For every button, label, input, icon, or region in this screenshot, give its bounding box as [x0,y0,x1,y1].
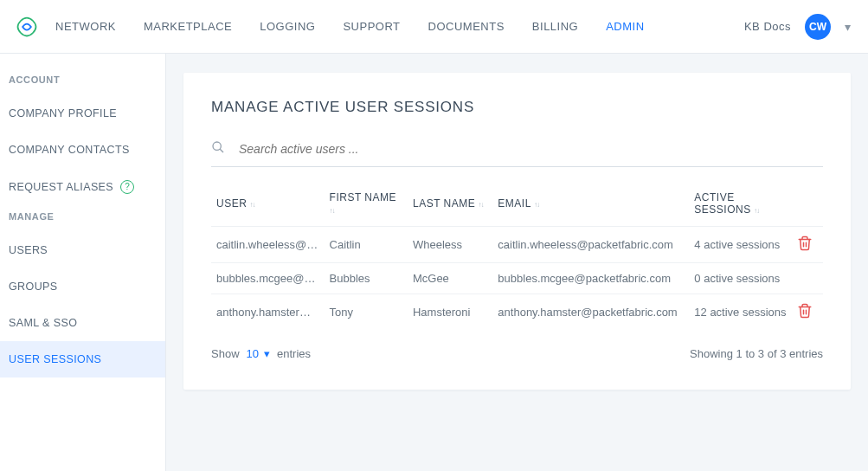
kb-docs-link[interactable]: KB Docs [744,20,791,33]
col-email[interactable]: EMAIL ↑↓ [492,183,689,227]
sidebar-item-company-contacts[interactable]: COMPANY CONTACTS [0,132,165,168]
table-header-row: USER ↑↓ FIRST NAME ↑↓ LAST NAME ↑↓ EMAIL… [211,183,823,227]
page-size-select[interactable]: 10 ▾ [247,347,270,360]
cell-user: anthony.hamster@… [211,294,325,331]
cell-first-name: Tony [325,294,408,331]
sidebar-item-company-profile[interactable]: COMPANY PROFILE [0,95,165,132]
table-row: caitlin.wheeless@p…CaitlinWheelesscaitli… [211,227,823,263]
table-row: bubbles.mcgee@p…BubblesMcGeebubbles.mcge… [211,263,823,294]
sidebar-item-user-sessions[interactable]: USER SESSIONS [0,341,165,377]
sidebar-group-account: ACCOUNT [0,74,165,95]
sidebar-item-users[interactable]: USERS [0,232,165,268]
showing-text: Showing 1 to 3 of 3 entries [690,347,823,360]
brand-logo-icon [14,14,40,40]
sort-icon: ↑↓ [330,207,335,215]
sidebar-item-saml-sso[interactable]: SAML & SSO [0,305,165,341]
sessions-card: MANAGE ACTIVE USER SESSIONS USER ↑↓ FIRS… [183,73,851,390]
cell-sessions: 12 active sessions [689,294,792,331]
sort-icon: ↑↓ [248,201,254,209]
cell-email: caitlin.wheeless@packetfabric.com [492,227,689,263]
sort-icon: ↑↓ [533,201,539,209]
cell-first-name: Caitlin [325,227,408,263]
page-size-selector: Show 10 ▾ entries [211,347,311,360]
avatar[interactable]: CW [805,14,831,40]
nav-admin[interactable]: ADMIN [606,20,644,33]
delete-session-button trash-icon[interactable] [797,236,813,251]
nav-logging[interactable]: LOGGING [260,20,315,33]
delete-session-button trash-icon[interactable] [797,303,813,319]
sort-icon: ↑↓ [477,201,483,209]
nav-billing[interactable]: BILLING [532,20,578,33]
search-icon [211,140,225,158]
cell-user: caitlin.wheeless@p… [211,227,325,263]
nav-documents[interactable]: DOCUMENTS [428,20,505,33]
cell-last-name: Hamsteroni [408,294,492,331]
page-size-suffix: entries [277,347,311,360]
page-title: MANAGE ACTIVE USER SESSIONS [211,99,823,116]
nav-network[interactable]: NETWORK [55,20,116,33]
nav-support[interactable]: SUPPORT [343,20,400,33]
col-active-sessions[interactable]: ACTIVE SESSIONS ↑↓ [689,183,792,227]
sidebar: ACCOUNT COMPANY PROFILE COMPANY CONTACTS… [0,54,166,471]
sessions-table: USER ↑↓ FIRST NAME ↑↓ LAST NAME ↑↓ EMAIL… [211,183,823,330]
sidebar-item-groups[interactable]: GROUPS [0,268,165,305]
chevron-down-icon[interactable]: ▾ [845,20,851,34]
cell-last-name: McGee [408,263,492,294]
cell-email: anthony.hamster@packetfabric.com [492,294,689,331]
top-nav: NETWORK MARKETPLACE LOGGING SUPPORT DOCU… [55,20,645,33]
chevron-down-icon: ▾ [264,347,270,360]
table-row: anthony.hamster@…TonyHamsteronianthony.h… [211,294,823,331]
main-content: MANAGE ACTIVE USER SESSIONS USER ↑↓ FIRS… [166,54,868,471]
col-first-name[interactable]: FIRST NAME ↑↓ [325,183,408,227]
cell-last-name: Wheeless [408,227,492,263]
cell-first-name: Bubbles [325,263,408,294]
cell-email: bubbles.mcgee@packetfabric.com [492,263,689,294]
cell-user: bubbles.mcgee@p… [211,263,325,294]
sidebar-group-manage: MANAGE [0,211,165,232]
sort-icon: ↑↓ [753,207,759,215]
sidebar-item-request-aliases[interactable]: REQUEST ALIASES ? [0,168,165,206]
search-input[interactable] [239,142,823,156]
sidebar-item-label: REQUEST ALIASES [9,181,113,193]
page-size-prefix: Show [211,347,240,360]
svg-point-0 [213,142,221,150]
cell-sessions: 0 active sessions [689,263,792,294]
table-footer: Show 10 ▾ entries Showing 1 to 3 of 3 en… [211,347,823,360]
search-row [211,135,823,167]
svg-line-1 [220,149,223,152]
topbar: NETWORK MARKETPLACE LOGGING SUPPORT DOCU… [0,0,868,54]
help-icon[interactable]: ? [120,180,134,194]
col-user[interactable]: USER ↑↓ [211,183,325,227]
col-last-name[interactable]: LAST NAME ↑↓ [408,183,492,227]
cell-sessions: 4 active sessions [689,227,792,263]
nav-marketplace[interactable]: MARKETPLACE [144,20,232,33]
